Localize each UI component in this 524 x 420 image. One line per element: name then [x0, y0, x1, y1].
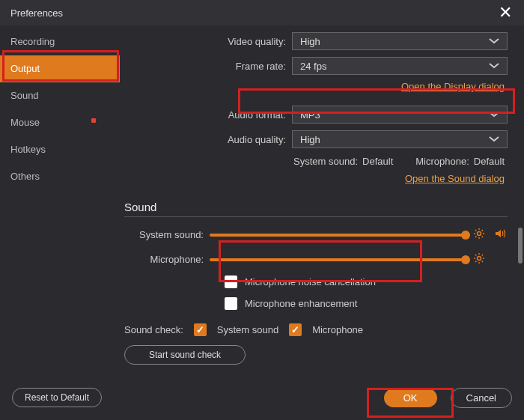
- noise-cancellation-checkbox[interactable]: [225, 276, 237, 288]
- audio-quality-label: Audio quality:: [120, 134, 292, 145]
- sound-check-label: Sound check:: [124, 324, 183, 335]
- svg-point-0: [478, 232, 481, 236]
- enhancement-checkbox[interactable]: [225, 297, 237, 310]
- enhancement-label: Microphone enhancement: [245, 298, 357, 309]
- chevron-down-icon: [489, 112, 499, 118]
- microphone-status-value: Default: [474, 156, 505, 167]
- sidebar-item-output[interactable]: Output: [0, 55, 120, 82]
- content-pane: Video quality: High Frame rate: 24 fps O…: [120, 25, 524, 375]
- gear-icon[interactable]: [473, 228, 487, 242]
- reset-default-button[interactable]: Reset to Default: [12, 388, 102, 407]
- sidebar-item-recording[interactable]: Recording: [0, 28, 120, 55]
- ok-button[interactable]: OK: [384, 389, 437, 407]
- system-sound-status-value: Default: [362, 156, 393, 167]
- soundcheck-mic-checkbox[interactable]: [289, 323, 302, 336]
- speaker-icon[interactable]: [494, 228, 508, 242]
- section-sound-title: Sound: [124, 201, 508, 217]
- start-sound-check-button[interactable]: Start sound check: [124, 345, 246, 365]
- sidebar: Recording Output Sound Mouse Hotkeys Oth…: [0, 25, 120, 375]
- video-quality-select[interactable]: High: [292, 32, 508, 50]
- chevron-down-icon: [489, 136, 499, 142]
- noise-cancellation-label: Microphone noise cancellation: [245, 276, 376, 287]
- slider-thumb[interactable]: [461, 231, 470, 240]
- soundcheck-system-checkbox[interactable]: [194, 323, 207, 336]
- svg-point-1: [478, 257, 481, 261]
- window-title: Preferences: [10, 7, 63, 19]
- gear-icon[interactable]: [473, 252, 487, 267]
- chevron-down-icon: [489, 63, 499, 69]
- scrollbar-thumb[interactable]: [518, 228, 523, 264]
- video-quality-label: Video quality:: [120, 36, 292, 47]
- frame-rate-select[interactable]: 24 fps: [292, 57, 508, 75]
- cancel-button[interactable]: Cancel: [451, 388, 512, 408]
- system-sound-slider[interactable]: [210, 234, 466, 237]
- slider-thumb[interactable]: [461, 255, 470, 264]
- badge-dot: [91, 118, 96, 123]
- frame-rate-label: Frame rate:: [120, 61, 292, 72]
- system-sound-status-label: System sound:: [293, 156, 358, 167]
- sidebar-item-others[interactable]: Others: [0, 163, 120, 190]
- audio-format-select[interactable]: MP3: [292, 106, 508, 124]
- soundcheck-system-label: System sound: [217, 324, 278, 335]
- open-display-link[interactable]: Open the Display dialog: [401, 81, 505, 92]
- system-sound-slider-label: System sound:: [120, 229, 210, 240]
- soundcheck-mic-label: Microphone: [312, 324, 363, 335]
- sidebar-item-hotkeys[interactable]: Hotkeys: [0, 136, 120, 163]
- audio-format-label: Audio format:: [120, 109, 292, 121]
- chevron-down-icon: [489, 38, 499, 44]
- close-button[interactable]: ✕: [494, 1, 517, 24]
- sidebar-item-mouse[interactable]: Mouse: [0, 109, 120, 136]
- audio-quality-select[interactable]: High: [292, 130, 508, 148]
- open-sound-link[interactable]: Open the Sound dialog: [405, 173, 505, 184]
- sidebar-item-sound[interactable]: Sound: [0, 82, 120, 109]
- microphone-slider[interactable]: [210, 258, 466, 261]
- microphone-status-label: Microphone:: [415, 156, 469, 167]
- microphone-slider-label: Microphone:: [120, 254, 210, 265]
